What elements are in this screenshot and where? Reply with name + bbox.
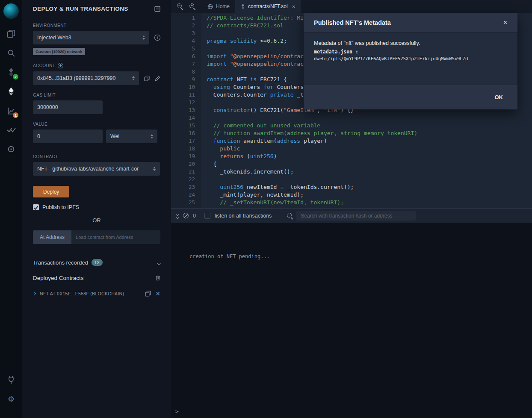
remove-contract-icon[interactable]: ✕ xyxy=(155,291,160,297)
tab-file-label: contracts/NFT.sol xyxy=(248,3,288,9)
copy-account-icon[interactable] xyxy=(144,76,150,81)
chevron-down-icon[interactable] xyxy=(157,259,160,266)
zoom-in-icon[interactable]: + xyxy=(189,3,196,10)
terminal-toolbar: 0 listen on all transactions xyxy=(171,208,532,223)
line-number: 20 xyxy=(171,160,195,168)
deployed-contract-name: NFT AT 0X15E...E558F (BLOCKCHAIN) xyxy=(40,291,141,296)
terminal-search-input[interactable] xyxy=(296,211,416,221)
deployed-contracts-header: Deployed Contracts xyxy=(22,275,171,281)
code-line[interactable]: // commented out unused variable xyxy=(207,122,532,130)
line-number: 14 xyxy=(171,114,195,122)
code-line[interactable] xyxy=(207,206,532,208)
close-icon[interactable]: × xyxy=(503,19,507,26)
terminal-output[interactable]: creation of NFT pending... > xyxy=(171,223,532,418)
close-tab-icon[interactable]: × xyxy=(292,3,296,10)
chevron-updown-icon xyxy=(153,167,156,171)
line-number: 21 xyxy=(171,168,195,176)
at-address-input[interactable] xyxy=(71,230,160,244)
gas-limit-section: GAS LIMIT xyxy=(33,93,160,114)
code-line[interactable]: public xyxy=(207,145,532,153)
file-explorer-icon[interactable] xyxy=(5,27,18,40)
code-line[interactable]: uint256 newItemId = _tokenIds.current(); xyxy=(207,183,532,191)
solidity-compiler-icon[interactable]: ✓ xyxy=(5,66,18,79)
contract-value: NFT - github/ava-labs/avalanche-smart-co… xyxy=(37,166,139,172)
deployed-contract-item[interactable]: NFT AT 0X15E...E558F (BLOCKCHAIN) ✕ xyxy=(22,291,171,297)
code-line[interactable] xyxy=(207,176,532,183)
value-label: VALUE xyxy=(33,122,160,127)
line-number-gutter: 1234567891011121314151617181920212223242… xyxy=(171,13,201,208)
settings-gear-icon[interactable]: ⚙ xyxy=(5,393,18,406)
tab-home[interactable]: Home xyxy=(202,0,235,13)
remix-logo-icon[interactable] xyxy=(3,3,19,19)
globe-icon xyxy=(207,4,213,9)
remix-ide-window: ✓ 1 ⚙ DEPLOY & RUN TRANSACTIONS xyxy=(0,0,532,418)
ipfs-uri: dweb:/ipfs/QmYL9P1Z7KE6AQvKJPFF52SX1p2TE… xyxy=(314,56,507,61)
ok-button[interactable]: OK xyxy=(495,94,503,100)
value-input[interactable] xyxy=(33,130,103,143)
search-icon[interactable] xyxy=(5,47,18,59)
transactions-recorded-row[interactable]: Transactions recorded 12 xyxy=(22,259,171,266)
unit-testing-icon[interactable] xyxy=(5,124,18,136)
editor-tabbar: − + Home contracts/NFT.sol × xyxy=(171,0,532,13)
code-line[interactable]: // _setTokenURI(newItemId, tokenURI); xyxy=(207,199,532,206)
code-line[interactable]: returns (uint256) xyxy=(207,153,532,160)
line-number: 10 xyxy=(171,83,195,91)
add-account-icon[interactable]: + xyxy=(58,63,63,68)
at-address-button[interactable]: At Address xyxy=(33,230,71,244)
line-number: 26 xyxy=(171,206,195,208)
line-number: 4 xyxy=(171,37,195,45)
deploy-and-run-icon[interactable] xyxy=(5,85,18,98)
trash-icon[interactable] xyxy=(155,275,160,281)
line-number: 16 xyxy=(171,130,195,137)
compile-success-badge: ✓ xyxy=(13,74,18,79)
line-number: 8 xyxy=(171,68,195,76)
gas-limit-label: GAS LIMIT xyxy=(33,93,160,97)
value-section: VALUE Wei xyxy=(33,122,160,143)
publish-ipfs-checkbox[interactable] xyxy=(33,204,39,210)
deployed-contracts-label: Deployed Contracts xyxy=(33,275,84,281)
transactions-count-badge: 12 xyxy=(92,259,103,266)
contract-select[interactable]: NFT - github/ava-labs/avalanche-smart-co… xyxy=(33,162,160,176)
environment-select[interactable]: Injected Web3 xyxy=(33,31,149,44)
line-number: 23 xyxy=(171,183,195,191)
tab-nft-sol[interactable]: contracts/NFT.sol × xyxy=(235,0,301,13)
or-divider: OR xyxy=(33,217,160,224)
environment-section: ENVIRONMENT Injected Web3 i Custom (1092… xyxy=(33,23,160,55)
tab-home-label: Home xyxy=(216,3,230,9)
zoom-out-icon[interactable]: − xyxy=(177,3,183,10)
code-line[interactable]: _tokenIds.increment(); xyxy=(207,168,532,176)
line-number: 17 xyxy=(171,137,195,145)
code-line[interactable]: function awardItem(address player) xyxy=(207,137,532,145)
code-line[interactable] xyxy=(207,114,532,122)
line-number: 7 xyxy=(171,60,195,68)
code-line[interactable]: _mint(player, newItemId); xyxy=(207,191,532,199)
gas-limit-input[interactable] xyxy=(33,100,103,114)
docs-icon[interactable] xyxy=(154,6,160,12)
line-number: 1 xyxy=(171,14,195,22)
value-unit: Wei xyxy=(110,133,119,139)
terminal-search-icon xyxy=(287,213,293,218)
deploy-button[interactable]: Deploy xyxy=(33,186,69,197)
line-number: 19 xyxy=(171,153,195,160)
debugger-icon[interactable] xyxy=(5,143,18,156)
line-number: 3 xyxy=(171,29,195,37)
edit-account-icon[interactable] xyxy=(155,76,160,81)
analytics-icon[interactable]: 1 xyxy=(5,104,18,117)
code-line[interactable]: // function awardItem(address player, st… xyxy=(207,130,532,137)
code-line[interactable]: { xyxy=(207,160,532,168)
copy-contract-icon[interactable] xyxy=(145,291,151,297)
solidity-file-icon xyxy=(241,4,245,9)
plugin-manager-icon[interactable] xyxy=(5,374,18,386)
value-unit-select[interactable]: Wei xyxy=(106,130,157,143)
account-select[interactable]: 0x845...B1aB3 (999991.3297990 xyxy=(33,71,139,85)
collapse-terminal-icon[interactable] xyxy=(176,213,179,218)
info-icon[interactable]: i xyxy=(154,35,160,41)
chevron-right-icon[interactable] xyxy=(33,292,36,295)
terminal-prompt[interactable]: > xyxy=(175,408,179,415)
clear-console-icon[interactable] xyxy=(183,213,189,218)
listen-transactions-checkbox[interactable] xyxy=(204,213,210,219)
at-address-row: At Address xyxy=(33,230,160,244)
modal-message: Metadata of "nft" was published successf… xyxy=(314,40,507,46)
chevron-updown-icon xyxy=(142,35,145,40)
published-metadata-modal: Published NFT's Metadata × Metadata of "… xyxy=(304,13,517,109)
